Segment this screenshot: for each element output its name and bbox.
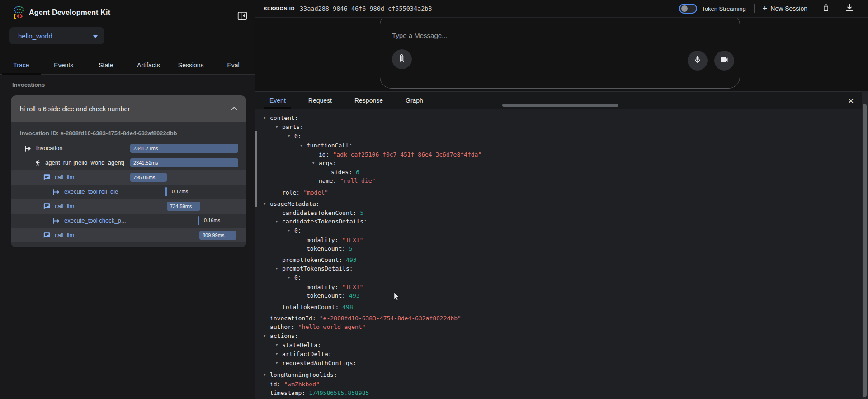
- trace-span-label: call_llm: [55, 203, 74, 209]
- message-input-card: Type a Message...: [380, 13, 740, 89]
- tree-row: ▼0:: [264, 226, 856, 235]
- tree-value: 6: [356, 169, 359, 176]
- detail-tab-event[interactable]: Event: [265, 92, 290, 109]
- tree-key: promptTokensDetails:: [282, 265, 353, 272]
- tree-key: id:: [270, 381, 280, 388]
- tree-key: 0:: [294, 274, 302, 281]
- tree-expand-icon[interactable]: ▼: [276, 123, 282, 132]
- trash-icon: [821, 3, 830, 14]
- detail-tab-request[interactable]: Request: [304, 92, 336, 109]
- tree-key: modality:: [307, 237, 338, 243]
- trace-duration-bar: 809.99ms: [199, 231, 236, 240]
- trace-span-agent_run[interactable]: agent_run [hello_world_agent]2341.52ms: [11, 156, 246, 170]
- trace-span-call_llm[interactable]: call_llm734.59ms: [11, 199, 246, 214]
- trace-span-call_llm[interactable]: call_llm809.99ms: [11, 228, 246, 242]
- paperclip-icon: [397, 54, 406, 65]
- trace-panel: Invocations hi roll a 6 side dice and ch…: [0, 75, 255, 399]
- tree-expand-icon[interactable]: ▼: [264, 114, 270, 123]
- tree-row: timestamp:1749586585.858985: [264, 389, 856, 397]
- trace-span-execute_tool[interactable]: execute_tool roll_die0.17ms: [11, 185, 246, 199]
- tree-row: sides:6: [264, 168, 856, 176]
- tree-expand-icon[interactable]: ▼: [276, 359, 282, 368]
- tree-expand-icon[interactable]: ▼: [264, 200, 270, 209]
- agent-select[interactable]: hello_world: [9, 27, 104, 44]
- tree-key: artifactDelta:: [282, 351, 332, 357]
- tree-expand-icon[interactable]: ▼: [276, 218, 282, 226]
- trace-duration-text: 734.59ms: [167, 202, 192, 211]
- tree-expand-icon[interactable]: ▼: [276, 341, 282, 350]
- tab-sessions[interactable]: Sessions: [170, 56, 212, 74]
- delete-session-button[interactable]: [821, 4, 831, 14]
- sidebar-scrollbar-thumb[interactable]: [255, 131, 257, 207]
- trace-span-call_llm[interactable]: call_llm795.05ms: [11, 170, 246, 185]
- tab-trace[interactable]: Trace: [0, 56, 42, 74]
- chevron-up-icon[interactable]: [230, 105, 238, 113]
- tree-row: ▼0:: [264, 132, 856, 141]
- chevron-down-icon: [93, 32, 98, 40]
- tree-row: ▼stateDelta:: [264, 341, 856, 350]
- new-session-button[interactable]: + New Session: [763, 5, 807, 13]
- tree-value: "wmZhkbed": [284, 381, 319, 388]
- tab-state[interactable]: State: [85, 56, 127, 74]
- invocation-card-header[interactable]: hi roll a 6 side dice and check number: [11, 95, 246, 122]
- tree-key: totalTokenCount:: [282, 304, 339, 310]
- token-streaming-label: Token Streaming: [702, 5, 746, 12]
- tab-eval[interactable]: Eval: [212, 56, 255, 74]
- attach-file-button[interactable]: [392, 49, 412, 69]
- tree-row: invocationId:"e-2808fd10-6383-4754-8de4-…: [264, 314, 856, 323]
- tree-key: content:: [270, 114, 298, 121]
- adk-logo-icon: [12, 6, 25, 19]
- tree-expand-icon[interactable]: ▼: [312, 159, 319, 168]
- sidebar-tabs: TraceEventsStateArtifactsSessionsEval: [0, 56, 255, 75]
- horizontal-scrollbar-thumb[interactable]: [502, 104, 618, 107]
- event-json-tree: ▼content:▼parts:▼0:▼functionCall:id:"adk…: [264, 114, 856, 399]
- tree-expand-icon[interactable]: ▼: [300, 142, 307, 150]
- tree-expand-icon[interactable]: ▼: [264, 332, 270, 341]
- enter-arrow-icon: [52, 217, 60, 224]
- event-detail-panel: EventRequestResponseGraph✕ ▼content:▼par…: [255, 91, 868, 399]
- detail-tabs: EventRequestResponseGraph✕: [255, 92, 868, 109]
- trace-span-invocation[interactable]: invocation2341.71ms: [11, 141, 246, 156]
- tab-events[interactable]: Events: [42, 56, 85, 74]
- trace-span-label: execute_tool check_p...: [64, 217, 126, 224]
- invocation-prompt: hi roll a 6 side dice and check number: [20, 105, 130, 113]
- tree-row: ▼0:: [264, 273, 856, 282]
- token-streaming-toggle[interactable]: –: [679, 4, 697, 14]
- tree-key: tokenCount:: [307, 292, 345, 299]
- collapse-sidebar-icon[interactable]: [237, 10, 249, 22]
- tree-expand-icon[interactable]: ▼: [288, 274, 294, 282]
- tree-expand-icon[interactable]: ▼: [288, 227, 294, 235]
- vertical-scrollbar-track[interactable]: [862, 91, 868, 399]
- detail-tab-graph[interactable]: Graph: [401, 92, 428, 109]
- tree-expand-icon[interactable]: ▼: [288, 132, 294, 141]
- adk-web-app: Agent Development Kit hello_world TraceE…: [0, 0, 868, 399]
- close-icon[interactable]: ✕: [846, 96, 856, 106]
- download-icon: [845, 3, 854, 14]
- export-session-button[interactable]: [844, 4, 854, 14]
- tree-row: promptTokenCount:493: [264, 256, 856, 264]
- tree-row: name:"roll_die": [264, 176, 856, 185]
- vertical-scrollbar-thumb[interactable]: [863, 104, 867, 397]
- trace-span-label: call_llm: [55, 232, 74, 238]
- tree-key: stateDelta:: [282, 342, 321, 348]
- trace-span-execute_tool[interactable]: execute_tool check_p...0.16ms: [11, 214, 246, 228]
- tree-key: promptTokenCount:: [282, 256, 342, 263]
- trace-span-label: invocation: [36, 145, 63, 152]
- tree-value: 5: [360, 209, 363, 216]
- detail-tab-response[interactable]: Response: [350, 92, 387, 109]
- tree-row: ▼parts:: [264, 123, 856, 132]
- tree-expand-icon[interactable]: ▼: [276, 350, 282, 359]
- tree-key: functionCall:: [307, 142, 353, 149]
- tree-row: ▼functionCall:: [264, 141, 856, 150]
- tree-row: ▼content:: [264, 114, 856, 123]
- tree-expand-icon[interactable]: ▼: [264, 371, 270, 380]
- video-button[interactable]: [714, 51, 734, 71]
- tree-key: timestamp:: [270, 390, 305, 396]
- tree-expand-icon[interactable]: ▼: [276, 265, 282, 273]
- invocation-card: hi roll a 6 side dice and check number I…: [11, 95, 246, 247]
- sidebar: Agent Development Kit hello_world TraceE…: [0, 0, 255, 399]
- enter-arrow-icon: [24, 145, 32, 152]
- microphone-button[interactable]: [688, 51, 708, 71]
- message-input[interactable]: Type a Message...: [392, 32, 448, 39]
- tab-artifacts[interactable]: Artifacts: [127, 56, 170, 74]
